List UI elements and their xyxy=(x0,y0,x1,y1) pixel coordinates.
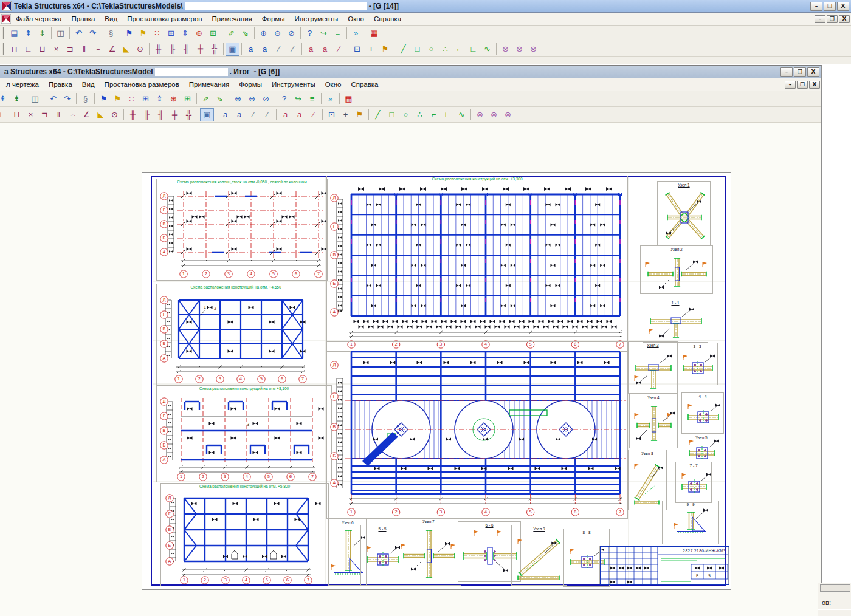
w2-grid-dim-remove-button[interactable]: ╟ xyxy=(140,108,154,121)
w1-print-button[interactable]: ◫ xyxy=(53,27,67,40)
w1-grid-dim-side-button[interactable]: ╢ xyxy=(179,43,193,56)
w1-document-list-button[interactable]: ≡ xyxy=(331,27,345,40)
w2-open-linked-button[interactable]: ↪ xyxy=(291,92,305,106)
w1-text-underline-button[interactable]: a xyxy=(244,43,258,56)
w1-context-help-button[interactable]: ? xyxy=(303,27,317,40)
w2-tekla-panel-button[interactable]: ▦ xyxy=(342,92,356,106)
view-node-1[interactable]: Узел 1 xyxy=(657,181,711,245)
w2-draw-rectangle-button[interactable]: □ xyxy=(385,108,399,121)
w2-grid-dim-delete-button[interactable]: ╬ xyxy=(182,108,196,121)
w2-dim-warning-button[interactable]: ◣ xyxy=(94,108,108,121)
w2-dim-arc-button[interactable]: ⌢ xyxy=(66,108,80,121)
w2-dim-angle-button[interactable]: ∠ xyxy=(80,108,94,121)
w1-dim-warning-button[interactable]: ◣ xyxy=(119,43,133,56)
w2-select-prev-button[interactable]: ⇘ xyxy=(213,92,227,106)
view-section-9-9[interactable]: 9 - 9 xyxy=(662,501,719,544)
w2-menu-item-5[interactable]: Формы xyxy=(234,80,267,89)
w2-dim-bounding-button[interactable]: ⊐ xyxy=(38,108,52,121)
minimize-button[interactable]: – xyxy=(780,67,793,77)
w2-create-view-yellow-button[interactable]: ⚑ xyxy=(111,92,125,106)
w1-dim-orthogonal-button[interactable]: ⊓ xyxy=(7,43,21,56)
w2-select-next-button[interactable]: ⇗ xyxy=(199,92,213,106)
w2-zoom-previous-button[interactable]: ⊘ xyxy=(259,92,273,106)
drawing-sheet[interactable]: Схема расположения колонн,стоек на отм -… xyxy=(142,172,731,590)
w1-menu-item-0[interactable]: Файл чертежа xyxy=(11,14,67,24)
w1-redo-button[interactable]: ↷ xyxy=(86,27,100,40)
w1-grid-dim-remove-button[interactable]: ╟ xyxy=(165,43,179,56)
w1-dim-angle-button[interactable]: ∠ xyxy=(105,43,119,56)
w1-zoom-out-button[interactable]: ⊖ xyxy=(270,27,284,40)
view-plan-minus-0-050[interactable]: Схема расположения колонн,стоек на отм -… xyxy=(156,179,328,281)
w1-dim-free-button[interactable]: ⊔ xyxy=(35,43,49,56)
w1-menu-item-4[interactable]: Примечания xyxy=(207,14,257,24)
w2-draw-line-button[interactable]: ╱ xyxy=(371,108,385,121)
w1-erase-object-button[interactable]: ⊗ xyxy=(526,43,540,56)
titlebar-window2[interactable]: a Structures x64 - C:\TeklaStructuresMod… xyxy=(0,66,821,78)
w2-redo-button[interactable]: ↷ xyxy=(60,92,74,106)
view-node-2[interactable]: Узел 2 xyxy=(640,245,713,294)
w1-create-view-yellow-button[interactable]: ⚑ xyxy=(136,27,150,40)
view-node-8[interactable]: Узел 8 xyxy=(628,450,667,510)
w1-draw-line-button[interactable]: ╱ xyxy=(396,43,410,56)
w2-create-view-blue-button[interactable]: ⚑ xyxy=(97,92,111,106)
close-button[interactable]: X xyxy=(837,2,849,11)
w1-pan-view-button[interactable]: ⇕ xyxy=(178,27,192,40)
w2-align-views-button[interactable]: ∷ xyxy=(125,92,139,106)
w1-draw-rectangle-button[interactable]: □ xyxy=(410,43,424,56)
w1-fit-view-button[interactable]: ⊞ xyxy=(164,27,178,40)
w1-grid-dim-all-button[interactable]: ╫ xyxy=(151,43,165,56)
w1-create-view-blue-button[interactable]: ⚑ xyxy=(122,27,136,40)
w1-menu-item-5[interactable]: Формы xyxy=(257,14,290,24)
w2-text-underline-button[interactable]: a xyxy=(218,108,232,121)
w2-text-dotted-button[interactable]: a xyxy=(232,108,246,121)
w1-open-drawing-button[interactable]: ⇞ xyxy=(21,27,35,40)
w1-dim-arc-button[interactable]: ⌢ xyxy=(91,43,105,56)
w2-erase-object-button[interactable]: ⊗ xyxy=(501,108,515,121)
w2-text-pen-2-button[interactable]: ⁄ xyxy=(260,108,274,121)
view-node-4[interactable]: Узел 4 xyxy=(629,394,678,448)
w2-menu-item-6[interactable]: Инструменты xyxy=(267,80,320,89)
w1-draw-circle-button[interactable]: ○ xyxy=(424,43,438,56)
w2-leader-add-button[interactable]: + xyxy=(339,108,353,121)
w2-menu-item-0[interactable]: л чертежа xyxy=(1,80,44,89)
w2-menu-item-1[interactable]: Правка xyxy=(44,80,77,89)
w2-mark-underline-button[interactable]: a xyxy=(278,108,292,121)
panel-field[interactable] xyxy=(820,584,850,592)
w2-more-tools-button[interactable]: » xyxy=(323,92,337,106)
w1-erase-view-button[interactable]: ⊗ xyxy=(498,43,512,56)
w1-save-drawing-button[interactable]: ⇟ xyxy=(35,27,49,40)
w1-select-next-button[interactable]: ⇗ xyxy=(224,27,238,40)
w1-zoom-previous-button[interactable]: ⊘ xyxy=(284,27,298,40)
w1-text-pen-2-button[interactable]: ⁄ xyxy=(286,43,300,56)
w2-fit-view-button[interactable]: ⊞ xyxy=(139,92,153,106)
w1-mark-edit-button[interactable]: ⚑ xyxy=(378,43,392,56)
w2-context-help-button[interactable]: ? xyxy=(277,92,291,106)
titlebar-window1[interactable]: Tekla Structures x64 - C:\TeklaStructure… xyxy=(0,0,851,13)
w2-mark-dotted-button[interactable]: a xyxy=(292,108,306,121)
w2-pan-view-button[interactable]: ⇕ xyxy=(153,92,167,106)
w2-menu-item-8[interactable]: Справка xyxy=(346,80,383,89)
w2-grid-dim-add-button[interactable]: ╪ xyxy=(168,108,182,121)
w1-dim-corner-button[interactable]: ∟ xyxy=(21,43,35,56)
w1-menu-item-3[interactable]: Простановка размеров xyxy=(122,14,207,24)
restore-button[interactable]: ❐ xyxy=(827,15,838,23)
view-plan-plus-5-800[interactable]: Схема расположения конструкций на отм. +… xyxy=(160,483,329,586)
minimize-button[interactable]: – xyxy=(785,81,796,89)
w2-erase-area-button[interactable]: ⊗ xyxy=(487,108,501,121)
w2-mark-edit-button[interactable]: ⚑ xyxy=(353,108,367,121)
w2-draw-polygon-button[interactable]: ∟ xyxy=(441,108,455,121)
w2-draw-circle-button[interactable]: ○ xyxy=(399,108,413,121)
w2-draw-cloud-button[interactable]: ∿ xyxy=(455,108,469,121)
w2-dim-parallel-button[interactable]: ‖ xyxy=(52,108,66,121)
toolbar-grip[interactable] xyxy=(2,27,5,39)
w1-grid-dim-add-button[interactable]: ╪ xyxy=(193,43,207,56)
w2-menu-item-3[interactable]: Простановка размеров xyxy=(100,80,184,89)
view-node-3[interactable]: Узел 3 xyxy=(628,341,678,394)
w1-dim-bounding-button[interactable]: ⊐ xyxy=(63,43,77,56)
w2-undo-button[interactable]: ↶ xyxy=(46,92,60,106)
restore-button[interactable]: ❐ xyxy=(824,2,836,11)
w1-open-linked-button[interactable]: ↪ xyxy=(317,27,331,40)
w1-draw-cloud-button[interactable]: ∿ xyxy=(480,43,494,56)
w2-associative-note-button[interactable]: ▣ xyxy=(200,108,214,121)
w2-menu-item-4[interactable]: Примечания xyxy=(184,80,234,89)
